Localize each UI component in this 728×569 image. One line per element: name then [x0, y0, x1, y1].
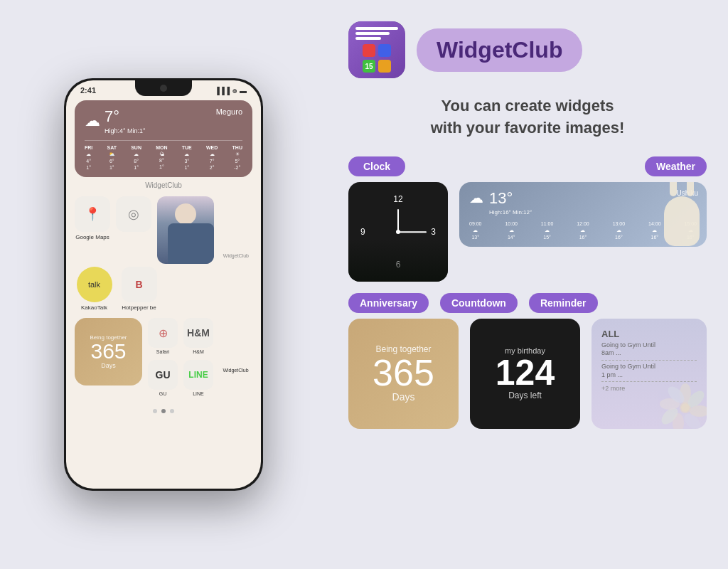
phone-content: ☁ 7° High:4° Min:1° Meguro FRI ☁ 4°	[66, 97, 261, 425]
wp-hour-5: 13:00 ☁ 16°	[613, 221, 626, 240]
google-maps-label: Google Maps	[75, 234, 109, 240]
phone-screen: 2:41 ▐▐▐ ⌾ ▬ ☁ 7° High:4°	[66, 80, 261, 489]
ap-being-together: Being together	[375, 344, 431, 354]
line-item: LINE LINE	[183, 360, 213, 396]
dot-3	[170, 409, 174, 413]
gu-icon[interactable]: GU	[148, 360, 178, 390]
bottom-badges-row: Anniversary Countdown Reminder Being tog…	[348, 293, 707, 429]
weather-day-sat: SAT ⛅ 6° 1°	[107, 145, 117, 170]
anniversary-preview: Being together 365 Days	[348, 319, 459, 429]
bottom-widgets-row: Being together 365 Days my birthday 124 …	[348, 319, 707, 429]
widgetclub-bottom-item: WidgetClub	[219, 368, 252, 396]
insta-item: ◎	[116, 196, 151, 232]
cd-subtitle: Days left	[508, 390, 542, 400]
weather-badge: Weather	[645, 156, 707, 176]
wp-hour-4: 12:00 ☁ 16°	[577, 221, 589, 240]
weather-day-sun: SUN ☁ 8° 1°	[131, 145, 141, 170]
app-icon-lines	[355, 27, 398, 40]
weather-day-thu: THU ☀ 5° -2°	[232, 145, 242, 170]
google-maps-icon[interactable]: 📍	[75, 196, 110, 232]
safari-label: Safari	[156, 349, 169, 354]
phone-mockup: 2:41 ▐▐▐ ⌾ ▬ ☁ 7° High:4°	[64, 78, 263, 491]
phone-anniversary-widget: Being together 365 Days	[75, 318, 142, 385]
weather-top: ☁ 7° High:4° Min:1° Meguro	[85, 107, 242, 134]
wp-hour-6: 14:00 ☁ 16°	[648, 221, 661, 240]
phone-bottom-row: Being together 365 Days ⊕ Safari H&M	[75, 318, 252, 396]
wp-hour-3: 11:00 ☁ 15°	[541, 221, 554, 240]
insta-icon[interactable]: ◎	[116, 196, 151, 232]
phone-temperature: 7°	[105, 107, 146, 126]
minute-hand	[398, 231, 427, 233]
left-panel: 2:41 ▐▐▐ ⌾ ▬ ☁ 7° High:4°	[0, 0, 327, 569]
wp-hour-1: 09:00 ☁ 13°	[469, 221, 482, 240]
clock-section: Clock 12 3 6 9	[348, 156, 448, 282]
line-icon[interactable]: LINE	[183, 360, 213, 390]
phone-notch	[135, 80, 192, 96]
wp-cloud-icon: ☁	[469, 189, 483, 206]
page-dots	[75, 403, 252, 416]
weather-preview: ☁ 13° High:16° Min:12° Ushiku 09:00 ☁ 13…	[459, 182, 707, 247]
dot-2	[161, 409, 166, 413]
camera-dot	[160, 85, 167, 92]
reminder-preview: ALL Going to Gym Until8am ... Going to G…	[592, 319, 707, 429]
kakao-label: KakaoTalk	[81, 304, 107, 311]
weather-day-mon: MON 🌤 8° 1°	[156, 145, 167, 170]
time-display: 2:41	[80, 86, 96, 95]
battery-icon: ▬	[240, 87, 247, 95]
hotpepper-item: B Hotpepper be	[119, 267, 159, 311]
app-icons-row-1: 📍 Google Maps ◎ WidgetClub	[75, 196, 252, 264]
phone-weather-widget: ☁ 7° High:4° Min:1° Meguro FRI ☁ 4°	[75, 100, 252, 177]
status-icons: ▐▐▐ ⌾ ▬	[215, 87, 247, 95]
phone-days-number: 365	[90, 341, 126, 362]
hm-icon[interactable]: H&M	[183, 318, 213, 348]
weather-left: ☁ 7° High:4° Min:1°	[85, 107, 146, 134]
cd-number: 124	[496, 355, 555, 390]
hotpepper-label: Hotpepper be	[122, 304, 156, 311]
weather-day-wed: WED ☁ 7° 2°	[206, 145, 218, 170]
tagline: You can create widgetswith your favorite…	[348, 95, 707, 139]
app-name-text: WidgetClub	[437, 37, 562, 63]
app-icons-row-2: talk KakaoTalk B Hotpepper be	[75, 267, 252, 311]
wp-highmin: High:16° Min:12°	[489, 209, 532, 216]
right-panel: 15 WidgetClub You can create widgetswith…	[327, 0, 728, 569]
widgetclub-small-label: WidgetClub	[223, 253, 249, 258]
phone-being-together: Being together	[90, 334, 127, 341]
hm-label: H&M	[193, 349, 204, 354]
kakao-icon[interactable]: talk	[77, 267, 112, 302]
countdown-badge: Countdown	[440, 293, 518, 313]
gu-item: GU GU	[148, 360, 178, 396]
top-widgets-section: Clock 12 3 6 9 Weather	[348, 156, 707, 282]
center-dot	[396, 230, 400, 234]
clock-12: 12	[393, 194, 402, 204]
google-maps-item: 📍 Google Maps	[75, 196, 110, 240]
safari-item: ⊕ Safari	[148, 318, 178, 354]
weather-badge-row: Weather	[459, 156, 707, 176]
clock-badge: Clock	[348, 156, 405, 176]
bottom-category-badges: Anniversary Countdown Reminder	[348, 293, 707, 313]
cloud-icon: ☁	[85, 112, 100, 130]
clock-9: 9	[360, 227, 365, 237]
photo-widget	[157, 196, 214, 264]
ap-days: Days	[392, 391, 415, 403]
safari-icon[interactable]: ⊕	[148, 318, 178, 348]
line-label: LINE	[193, 391, 204, 396]
widgetclub-bottom-label: WidgetClub	[223, 368, 248, 373]
clock-overlay	[348, 239, 448, 282]
wp-temp: 13°	[489, 189, 513, 207]
bunny-silhouette	[664, 196, 700, 246]
hour-hand	[397, 209, 399, 232]
flower-decoration	[657, 379, 707, 429]
clock-3: 3	[431, 227, 436, 237]
widgetclub-small-item: WidgetClub	[220, 196, 252, 258]
phone-days-label: Days	[101, 362, 116, 369]
widget-club-label-1: WidgetClub	[75, 181, 252, 189]
weather-days-row: FRI ☁ 4° 1° SAT ⛅ 6° 1° SUN	[85, 140, 242, 170]
wifi-icon: ⌾	[232, 87, 237, 95]
phone-location: Meguro	[216, 107, 242, 116]
hm-item: H&M H&M	[183, 318, 213, 354]
svg-point-9	[681, 403, 690, 412]
anniversary-badge: Anniversary	[348, 293, 429, 313]
color-boxes: 15	[363, 44, 391, 73]
hotpepper-icon[interactable]: B	[122, 267, 157, 302]
gu-label: GU	[159, 391, 167, 396]
